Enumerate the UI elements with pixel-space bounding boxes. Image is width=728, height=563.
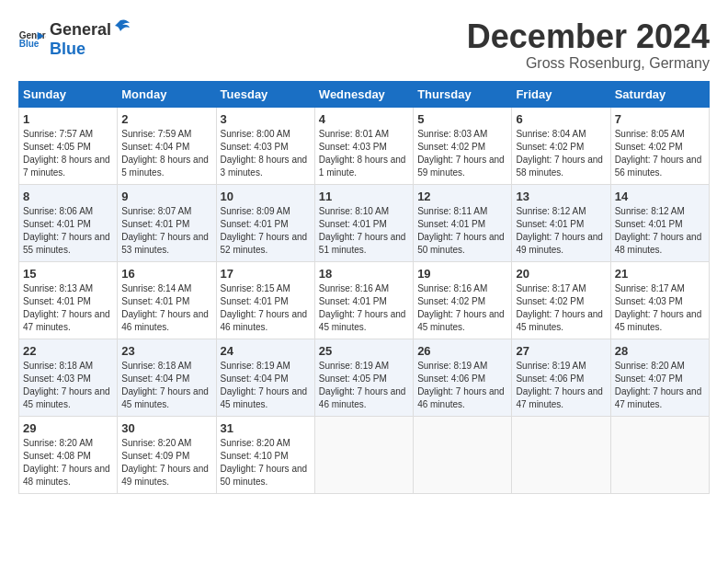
day-info: Sunrise: 8:19 AMSunset: 4:06 PMDaylight:… — [417, 361, 505, 409]
calendar-cell: 12 Sunrise: 8:11 AMSunset: 4:01 PMDaylig… — [414, 184, 512, 261]
day-info: Sunrise: 8:20 AMSunset: 4:09 PMDaylight:… — [121, 438, 209, 487]
day-number: 13 — [516, 190, 606, 203]
calendar-cell: 21 Sunrise: 8:17 AMSunset: 4:03 PMDaylig… — [610, 261, 709, 339]
logo-general: General — [50, 20, 111, 40]
day-info: Sunrise: 8:01 AMSunset: 4:03 PMDaylight:… — [319, 129, 406, 178]
day-number: 18 — [319, 267, 409, 281]
day-info: Sunrise: 8:17 AMSunset: 4:02 PMDaylight:… — [516, 283, 603, 332]
main-title: December 2024 — [467, 18, 710, 55]
weekday-header-row: SundayMondayTuesdayWednesdayThursdayFrid… — [19, 81, 710, 107]
weekday-header-monday: Monday — [118, 81, 216, 107]
day-info: Sunrise: 8:12 AMSunset: 4:01 PMDaylight:… — [615, 206, 702, 255]
calendar-cell: 31 Sunrise: 8:20 AMSunset: 4:10 PMDaylig… — [216, 416, 314, 493]
day-info: Sunrise: 8:06 AMSunset: 4:01 PMDaylight:… — [23, 206, 110, 255]
day-info: Sunrise: 8:19 AMSunset: 4:04 PMDaylight:… — [221, 361, 308, 409]
day-number: 2 — [121, 112, 211, 126]
logo-icon: General Blue — [18, 29, 46, 48]
logo: General Blue General Blue — [18, 18, 131, 59]
day-info: Sunrise: 8:05 AMSunset: 4:02 PMDaylight:… — [615, 129, 702, 178]
day-number: 25 — [319, 344, 409, 358]
calendar-cell: 20 Sunrise: 8:17 AMSunset: 4:02 PMDaylig… — [512, 261, 610, 339]
day-number: 4 — [319, 112, 409, 126]
day-info: Sunrise: 8:19 AMSunset: 4:05 PMDaylight:… — [319, 361, 406, 409]
day-info: Sunrise: 8:07 AMSunset: 4:01 PMDaylight:… — [121, 206, 209, 255]
day-info: Sunrise: 8:15 AMSunset: 4:01 PMDaylight:… — [221, 283, 308, 332]
calendar-cell — [414, 416, 512, 493]
calendar-week-row: 15 Sunrise: 8:13 AMSunset: 4:01 PMDaylig… — [19, 261, 710, 339]
calendar-cell: 27 Sunrise: 8:19 AMSunset: 4:06 PMDaylig… — [512, 339, 610, 416]
day-info: Sunrise: 7:59 AMSunset: 4:04 PMDaylight:… — [121, 129, 209, 178]
day-info: Sunrise: 8:10 AMSunset: 4:01 PMDaylight:… — [319, 206, 406, 255]
calendar-week-row: 22 Sunrise: 8:18 AMSunset: 4:03 PMDaylig… — [19, 339, 710, 416]
day-info: Sunrise: 8:16 AMSunset: 4:02 PMDaylight:… — [417, 283, 505, 332]
calendar-cell: 30 Sunrise: 8:20 AMSunset: 4:09 PMDaylig… — [118, 416, 216, 493]
weekday-header-saturday: Saturday — [610, 81, 709, 107]
day-info: Sunrise: 8:20 AMSunset: 4:08 PMDaylight:… — [23, 438, 110, 487]
day-info: Sunrise: 8:04 AMSunset: 4:02 PMDaylight:… — [516, 129, 603, 178]
title-section: December 2024 Gross Rosenburg, Germany — [467, 18, 710, 72]
day-number: 23 — [121, 344, 211, 358]
day-info: Sunrise: 8:16 AMSunset: 4:01 PMDaylight:… — [319, 283, 406, 332]
weekday-header-thursday: Thursday — [414, 81, 512, 107]
day-number: 24 — [221, 344, 311, 358]
weekday-header-wednesday: Wednesday — [314, 81, 413, 107]
calendar-cell: 7 Sunrise: 8:05 AMSunset: 4:02 PMDayligh… — [610, 107, 709, 184]
day-info: Sunrise: 7:57 AMSunset: 4:05 PMDaylight:… — [23, 129, 110, 178]
calendar-cell: 8 Sunrise: 8:06 AMSunset: 4:01 PMDayligh… — [19, 184, 118, 261]
calendar-cell — [512, 416, 610, 493]
calendar-cell: 18 Sunrise: 8:16 AMSunset: 4:01 PMDaylig… — [314, 261, 413, 339]
calendar-week-row: 8 Sunrise: 8:06 AMSunset: 4:01 PMDayligh… — [19, 184, 710, 261]
calendar-cell: 1 Sunrise: 7:57 AMSunset: 4:05 PMDayligh… — [19, 107, 118, 184]
day-number: 21 — [615, 267, 705, 281]
calendar-cell: 16 Sunrise: 8:14 AMSunset: 4:01 PMDaylig… — [118, 261, 216, 339]
day-number: 15 — [23, 267, 113, 281]
weekday-header-sunday: Sunday — [19, 81, 118, 107]
day-number: 8 — [23, 190, 113, 203]
calendar-cell: 15 Sunrise: 8:13 AMSunset: 4:01 PMDaylig… — [19, 261, 118, 339]
day-number: 17 — [221, 267, 311, 281]
svg-text:Blue: Blue — [19, 39, 40, 48]
day-number: 22 — [23, 344, 113, 358]
day-info: Sunrise: 8:14 AMSunset: 4:01 PMDaylight:… — [121, 283, 209, 332]
day-number: 31 — [221, 421, 311, 435]
day-info: Sunrise: 8:18 AMSunset: 4:04 PMDaylight:… — [121, 361, 209, 409]
calendar-cell: 2 Sunrise: 7:59 AMSunset: 4:04 PMDayligh… — [118, 107, 216, 184]
day-info: Sunrise: 8:19 AMSunset: 4:06 PMDaylight:… — [516, 361, 603, 409]
calendar-cell: 17 Sunrise: 8:15 AMSunset: 4:01 PMDaylig… — [216, 261, 314, 339]
weekday-header-tuesday: Tuesday — [216, 81, 314, 107]
day-info: Sunrise: 8:11 AMSunset: 4:01 PMDaylight:… — [417, 206, 505, 255]
day-number: 5 — [417, 112, 507, 126]
calendar-table: SundayMondayTuesdayWednesdayThursdayFrid… — [18, 81, 710, 494]
day-info: Sunrise: 8:00 AMSunset: 4:03 PMDaylight:… — [221, 129, 308, 178]
calendar-cell: 10 Sunrise: 8:09 AMSunset: 4:01 PMDaylig… — [216, 184, 314, 261]
weekday-header-friday: Friday — [512, 81, 610, 107]
day-number: 16 — [121, 267, 211, 281]
logo-blue: Blue — [50, 40, 85, 58]
day-info: Sunrise: 8:12 AMSunset: 4:01 PMDaylight:… — [516, 206, 603, 255]
day-number: 28 — [615, 344, 705, 358]
header: General Blue General Blue December 2024 … — [18, 18, 710, 72]
calendar-cell: 24 Sunrise: 8:19 AMSunset: 4:04 PMDaylig… — [216, 339, 314, 416]
calendar-cell: 3 Sunrise: 8:00 AMSunset: 4:03 PMDayligh… — [216, 107, 314, 184]
day-number: 11 — [319, 190, 409, 203]
calendar-cell: 13 Sunrise: 8:12 AMSunset: 4:01 PMDaylig… — [512, 184, 610, 261]
subtitle: Gross Rosenburg, Germany — [467, 55, 710, 72]
calendar-week-row: 29 Sunrise: 8:20 AMSunset: 4:08 PMDaylig… — [19, 416, 710, 493]
calendar-cell: 28 Sunrise: 8:20 AMSunset: 4:07 PMDaylig… — [610, 339, 709, 416]
day-number: 20 — [516, 267, 606, 281]
calendar-cell — [314, 416, 413, 493]
calendar-cell: 19 Sunrise: 8:16 AMSunset: 4:02 PMDaylig… — [414, 261, 512, 339]
calendar-cell: 22 Sunrise: 8:18 AMSunset: 4:03 PMDaylig… — [19, 339, 118, 416]
day-number: 9 — [121, 190, 211, 203]
day-info: Sunrise: 8:09 AMSunset: 4:01 PMDaylight:… — [221, 206, 308, 255]
day-info: Sunrise: 8:18 AMSunset: 4:03 PMDaylight:… — [23, 361, 110, 409]
calendar-cell — [610, 416, 709, 493]
day-info: Sunrise: 8:13 AMSunset: 4:01 PMDaylight:… — [23, 283, 110, 332]
day-info: Sunrise: 8:17 AMSunset: 4:03 PMDaylight:… — [615, 283, 702, 332]
day-number: 10 — [221, 190, 311, 203]
calendar-cell: 23 Sunrise: 8:18 AMSunset: 4:04 PMDaylig… — [118, 339, 216, 416]
logo-bird-icon — [111, 18, 131, 35]
day-number: 6 — [516, 112, 606, 126]
day-info: Sunrise: 8:20 AMSunset: 4:07 PMDaylight:… — [615, 361, 702, 409]
calendar-cell: 5 Sunrise: 8:03 AMSunset: 4:02 PMDayligh… — [414, 107, 512, 184]
